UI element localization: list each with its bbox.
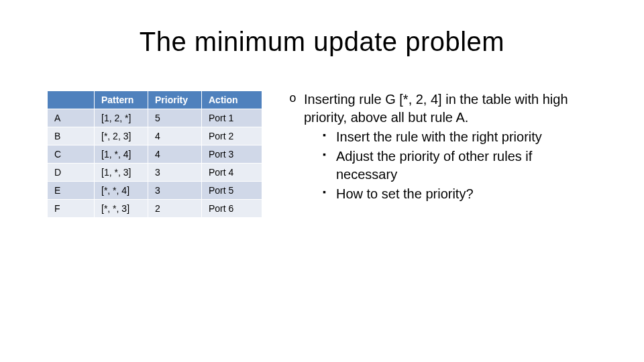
cell-pattern: [*, 2, 3] <box>95 127 148 145</box>
cell-priority: 3 <box>148 182 202 200</box>
table-header-row: Pattern Priority Action <box>48 91 262 109</box>
table-row: E [*, *, 4] 3 Port 5 <box>48 182 262 200</box>
cell-priority: 3 <box>148 164 202 182</box>
cell-action: Port 4 <box>202 164 262 182</box>
table-container: Pattern Priority Action A [1, 2, *] 5 Po… <box>47 90 262 218</box>
cell-id: F <box>48 200 95 218</box>
cell-id: A <box>48 109 95 127</box>
cell-action: Port 5 <box>202 182 262 200</box>
slide: The minimum update problem Pattern Prior… <box>0 0 644 362</box>
cell-id: B <box>48 127 95 145</box>
cell-action: Port 2 <box>202 127 262 145</box>
outer-list: Inserting rule G [*, 2, 4] in the table … <box>289 90 597 203</box>
table-row: D [1, *, 3] 3 Port 4 <box>48 164 262 182</box>
cell-action: Port 6 <box>202 200 262 218</box>
col-header-priority: Priority <box>148 91 202 109</box>
cell-priority: 4 <box>148 145 202 164</box>
cell-pattern: [*, *, 3] <box>95 200 148 218</box>
cell-pattern: [1, 2, *] <box>95 109 148 127</box>
bullet-sub: How to set the priority? <box>323 185 597 203</box>
table-row: B [*, 2, 3] 4 Port 2 <box>48 127 262 145</box>
col-header-blank <box>48 91 95 109</box>
content-row: Pattern Priority Action A [1, 2, *] 5 Po… <box>27 90 617 218</box>
cell-id: C <box>48 145 95 164</box>
cell-pattern: [1, *, 4] <box>95 145 148 164</box>
bullet-sub: Insert the rule with the right priority <box>323 128 597 146</box>
bullet-main: Inserting rule G [*, 2, 4] in the table … <box>289 90 597 203</box>
slide-title: The minimum update problem <box>27 27 617 57</box>
col-header-action: Action <box>202 91 262 109</box>
table-row: F [*, *, 3] 2 Port 6 <box>48 200 262 218</box>
col-header-pattern: Pattern <box>95 91 148 109</box>
cell-id: D <box>48 164 95 182</box>
cell-id: E <box>48 182 95 200</box>
bullet-sub: Adjust the priority of other rules if ne… <box>323 147 597 184</box>
cell-priority: 2 <box>148 200 202 218</box>
cell-priority: 5 <box>148 109 202 127</box>
cell-pattern: [*, *, 4] <box>95 182 148 200</box>
cell-pattern: [1, *, 3] <box>95 164 148 182</box>
bullet-panel: Inserting rule G [*, 2, 4] in the table … <box>289 90 597 218</box>
cell-action: Port 3 <box>202 145 262 164</box>
cell-priority: 4 <box>148 127 202 145</box>
table-row: C [1, *, 4] 4 Port 3 <box>48 145 262 164</box>
inner-list: Insert the rule with the right priority … <box>304 128 597 203</box>
rules-table: Pattern Priority Action A [1, 2, *] 5 Po… <box>47 90 262 218</box>
table-row: A [1, 2, *] 5 Port 1 <box>48 109 262 127</box>
bullet-main-text: Inserting rule G [*, 2, 4] in the table … <box>304 92 568 125</box>
cell-action: Port 1 <box>202 109 262 127</box>
